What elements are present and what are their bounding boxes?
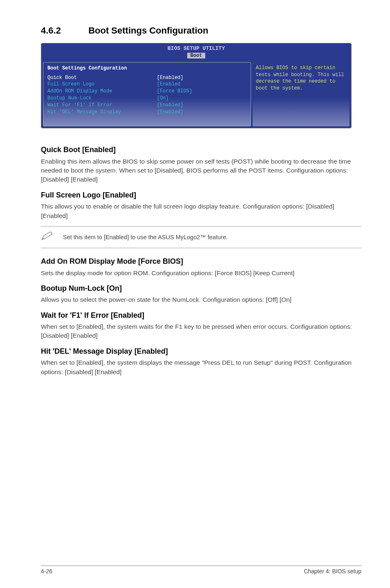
bios-help-text: Allows BIOS to skip certain tests while … — [256, 65, 346, 92]
pencil-icon — [41, 231, 55, 244]
item-heading-quick-boot: Quick Boot [Enabled] — [41, 145, 361, 155]
bios-row: Bootup Num-Lock [On] — [47, 95, 247, 102]
note-text: Set this item to [Enabled] to use the AS… — [63, 233, 228, 241]
bios-row-value: [On] — [157, 95, 169, 102]
item-body-wait-f1: When set to [Enabled], the system waits … — [41, 322, 361, 341]
bios-row-label: Hit 'DEL' Message Display — [47, 109, 157, 116]
footer-chapter: Chapter 4: BIOS setup — [304, 568, 361, 576]
bios-row-value: [Enabled] — [157, 109, 184, 116]
bios-row: Quick Boot [Enabled] — [47, 74, 247, 81]
bios-row-value: [Enabled] — [157, 102, 184, 109]
item-heading-addon-rom: Add On ROM Display Mode [Force BIOS] — [41, 256, 361, 267]
bios-screenshot: BIOS SETUP UTILITY Boot Boot Settings Co… — [41, 43, 352, 129]
bios-row-label: Bootup Num-Lock — [47, 95, 157, 102]
bios-tab-row: Boot — [41, 52, 351, 61]
bios-row-value: [Enabled — [157, 81, 181, 88]
note-block: Set this item to [Enabled] to use the AS… — [41, 226, 361, 248]
item-body-full-screen-logo: This allows you to enable or disable the… — [41, 202, 361, 220]
footer-page: 4-26 — [41, 568, 52, 576]
bios-help-panel: Allows BIOS to skip certain tests while … — [253, 62, 350, 127]
item-heading-wait-f1: Wait for 'F1' If Error [Enabled] — [41, 310, 361, 321]
item-body-numlock: Allows you to select the power-on state … — [41, 295, 361, 304]
item-body-quick-boot: Enabling this item allows the BIOS to sk… — [41, 157, 361, 184]
bios-row-label: AddOn ROM Display Mode — [47, 88, 157, 95]
item-heading-full-screen-logo: Full Screen Logo [Enabled] — [41, 190, 361, 200]
page-footer: 4-26 Chapter 4: BIOS setup — [41, 566, 361, 576]
item-heading-hit-del: Hit 'DEL' Message Display [Enabled] — [41, 346, 361, 357]
item-heading-numlock: Bootup Num-Lock [On] — [41, 283, 361, 294]
item-body-hit-del: When set to [Enabled], the system displa… — [41, 358, 361, 377]
bios-row-value: [Force BIOS] — [157, 88, 192, 95]
section-title: Boot Settings Configuration — [88, 25, 208, 36]
bios-row: Hit 'DEL' Message Display [Enabled] — [47, 109, 247, 116]
bios-row-label: Wait For 'F1' If Error — [47, 102, 157, 109]
item-body-addon-rom: Sets the display mode for option ROM. Co… — [41, 269, 361, 278]
section-number: 4.6.2 — [41, 25, 86, 37]
bios-tab-boot: Boot — [187, 53, 206, 58]
bios-row-label: Full Screen Logo — [47, 81, 157, 88]
bios-row-value: [Enabled] — [157, 74, 184, 81]
bios-row-label: Quick Boot — [47, 74, 157, 81]
bios-row: Wait For 'F1' If Error [Enabled] — [47, 102, 247, 109]
bios-row: Full Screen Logo [Enabled — [47, 81, 247, 88]
bios-row: AddOn ROM Display Mode [Force BIOS] — [47, 88, 247, 95]
bios-panel-heading: Boot Settings Configuration — [47, 65, 247, 72]
bios-utility-title: BIOS SETUP UTILITY — [41, 43, 351, 52]
section-heading: 4.6.2 Boot Settings Configuration — [41, 25, 361, 37]
bios-left-panel: Boot Settings Configuration Quick Boot [… — [43, 62, 251, 127]
